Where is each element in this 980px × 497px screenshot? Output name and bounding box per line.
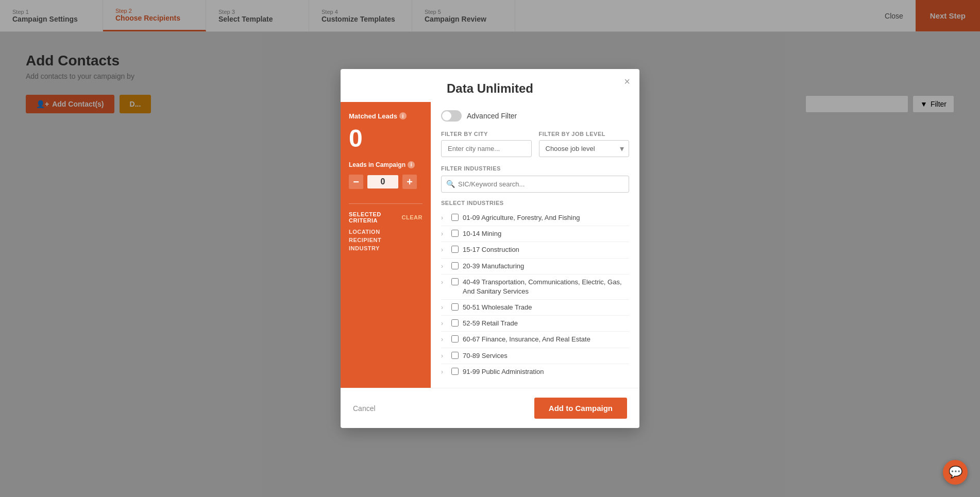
chat-widget[interactable]: 💬 xyxy=(943,460,968,485)
advanced-filter-toggle[interactable] xyxy=(441,110,462,122)
advanced-filter-row: Advanced Filter xyxy=(441,110,629,122)
filter-by-city-group: FILTER BY CITY xyxy=(441,131,532,157)
increment-button[interactable]: + xyxy=(402,175,417,189)
list-item[interactable]: › 20-39 Manufacturing xyxy=(441,259,629,275)
criteria-label: SELECTED CRITERIA xyxy=(349,211,402,224)
modal-body: Matched Leads i 0 Leads in Campaign i − … xyxy=(341,102,639,388)
industry-name: 50-51 Wholesale Trade xyxy=(463,303,532,312)
counter-input[interactable] xyxy=(367,175,398,188)
industry-name: 10-14 Mining xyxy=(463,229,501,238)
chevron-icon: › xyxy=(441,230,447,237)
chevron-icon: › xyxy=(441,263,447,270)
industry-name: 70-89 Services xyxy=(463,351,508,361)
criteria-location: LOCATION xyxy=(349,229,423,235)
chevron-icon: › xyxy=(441,246,447,253)
industry-checkbox[interactable] xyxy=(451,214,459,221)
list-item[interactable]: › 15-17 Construction xyxy=(441,242,629,258)
modal-header: Data Unlimited × xyxy=(341,69,639,102)
industry-search-icon: 🔍 xyxy=(446,180,455,188)
criteria-industry: INDUSTRY xyxy=(349,245,423,251)
leads-in-campaign-label: Leads in Campaign i xyxy=(349,161,423,168)
industry-name: 52-59 Retail Trade xyxy=(463,319,518,328)
industry-checkbox[interactable] xyxy=(451,303,459,311)
list-item[interactable]: › 52-59 Retail Trade xyxy=(441,316,629,332)
chevron-icon: › xyxy=(441,368,447,375)
city-input[interactable] xyxy=(441,140,532,157)
toggle-slider xyxy=(441,110,462,122)
select-industries-label: SELECT INDUSTRIES xyxy=(441,200,629,206)
criteria-header: SELECTED CRITERIA CLEAR xyxy=(349,211,423,224)
criteria-recipient: RECIPIENT xyxy=(349,237,423,243)
list-item[interactable]: › 91-99 Public Administration xyxy=(441,364,629,380)
industry-search-wrapper: 🔍 xyxy=(441,176,629,193)
add-to-campaign-button[interactable]: Add to Campaign xyxy=(534,398,627,419)
chevron-icon: › xyxy=(441,352,447,359)
left-panel: Matched Leads i 0 Leads in Campaign i − … xyxy=(341,102,431,388)
industry-checkbox[interactable] xyxy=(451,262,459,269)
industry-checkbox[interactable] xyxy=(451,368,459,375)
industry-list: › 01-09 Agriculture, Forestry, And Fishi… xyxy=(441,210,629,380)
list-item[interactable]: › 01-09 Agriculture, Forestry, And Fishi… xyxy=(441,210,629,226)
leads-in-campaign-info-icon[interactable]: i xyxy=(408,161,415,168)
industry-checkbox[interactable] xyxy=(451,278,459,285)
industry-checkbox[interactable] xyxy=(451,352,459,359)
filter-by-job-label: FILTER BY JOB LEVEL xyxy=(539,131,630,137)
job-level-wrapper: Choose job level C-Level VP Director Man… xyxy=(539,140,630,157)
list-item[interactable]: › 70-89 Services xyxy=(441,348,629,364)
industry-name: 60-67 Finance, Insurance, And Real Estat… xyxy=(463,335,590,344)
industry-name: 20-39 Manufacturing xyxy=(463,262,524,271)
chevron-icon: › xyxy=(441,304,447,311)
chevron-icon: › xyxy=(441,214,447,221)
chevron-icon: › xyxy=(441,320,447,327)
modal: Data Unlimited × Matched Leads i 0 Leads… xyxy=(341,69,639,428)
matched-leads-info-icon[interactable]: i xyxy=(399,112,407,119)
job-level-select[interactable]: Choose job level C-Level VP Director Man… xyxy=(539,140,630,157)
industry-checkbox[interactable] xyxy=(451,319,459,327)
criteria-items: LOCATION RECIPIENT INDUSTRY xyxy=(349,229,423,251)
right-panel: Advanced Filter FILTER BY CITY FILTER BY… xyxy=(431,102,639,388)
filter-by-row: FILTER BY CITY FILTER BY JOB LEVEL Choos… xyxy=(441,131,629,157)
advanced-filter-label: Advanced Filter xyxy=(467,112,517,120)
industry-search-input[interactable] xyxy=(441,176,629,193)
list-item[interactable]: › 60-67 Finance, Insurance, And Real Est… xyxy=(441,332,629,348)
industry-name: 91-99 Public Administration xyxy=(463,367,544,376)
modal-footer: Cancel Add to Campaign xyxy=(341,388,639,428)
selected-criteria-section: SELECTED CRITERIA CLEAR LOCATION RECIPIE… xyxy=(349,203,423,251)
list-item[interactable]: › 10-14 Mining xyxy=(441,226,629,242)
industry-checkbox[interactable] xyxy=(451,230,459,237)
matched-leads-label: Matched Leads i xyxy=(349,112,423,120)
modal-title: Data Unlimited xyxy=(355,81,625,96)
matched-count: 0 xyxy=(349,126,423,151)
counter-row: − + xyxy=(349,175,423,189)
filter-by-job-group: FILTER BY JOB LEVEL Choose job level C-L… xyxy=(539,131,630,157)
chevron-icon: › xyxy=(441,336,447,343)
chevron-icon: › xyxy=(441,279,447,286)
cancel-button[interactable]: Cancel xyxy=(353,404,376,413)
clear-button[interactable]: CLEAR xyxy=(402,214,423,220)
industry-name: 15-17 Construction xyxy=(463,245,519,254)
chat-icon: 💬 xyxy=(949,466,962,479)
filter-industries-label: FILTER INDUSTRIES xyxy=(441,165,629,172)
industry-checkbox[interactable] xyxy=(451,335,459,342)
decrement-button[interactable]: − xyxy=(349,175,363,189)
filter-by-city-label: FILTER BY CITY xyxy=(441,131,532,137)
industry-checkbox[interactable] xyxy=(451,246,459,253)
industry-name: 01-09 Agriculture, Forestry, And Fishing xyxy=(463,213,580,222)
industry-name: 40-49 Transportation, Communications, El… xyxy=(463,278,629,296)
modal-overlay[interactable]: Data Unlimited × Matched Leads i 0 Leads… xyxy=(0,0,980,497)
list-item[interactable]: › 50-51 Wholesale Trade xyxy=(441,300,629,316)
list-item[interactable]: › 40-49 Transportation, Communications, … xyxy=(441,275,629,300)
modal-close-button[interactable]: × xyxy=(624,76,630,87)
